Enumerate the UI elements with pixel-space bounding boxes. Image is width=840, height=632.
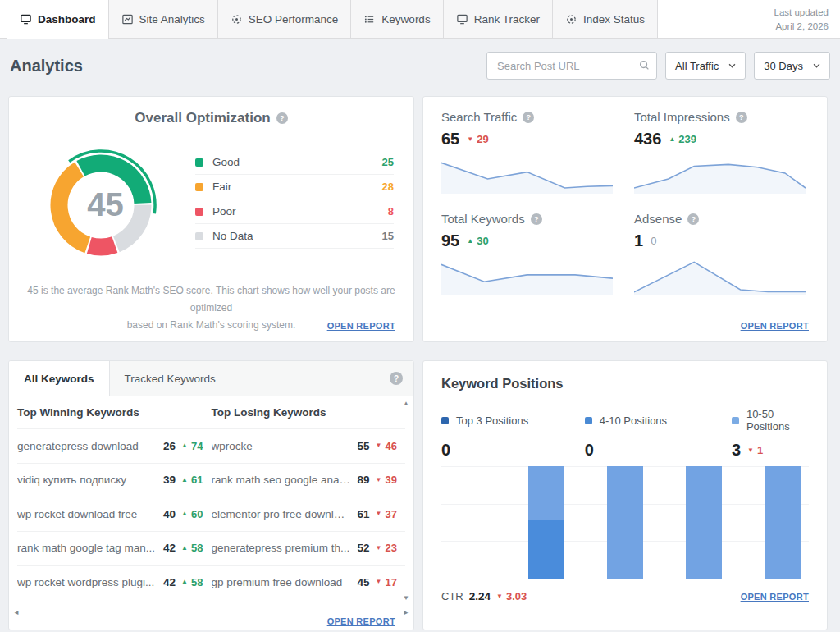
top-3-swatch — [441, 417, 449, 424]
help-icon[interactable]: ? — [276, 112, 288, 124]
tab-keywords[interactable]: Keywords — [350, 0, 442, 38]
winning-keyword[interactable]: rank math google tag man... — [17, 542, 163, 554]
open-report-link[interactable]: OPEN REPORT — [741, 592, 809, 602]
analytics-toolbar: Analytics All Traffic 30 Days — [8, 47, 832, 85]
chevron-down-icon — [813, 63, 820, 68]
tab-seo-performance[interactable]: SEO Performance — [217, 0, 351, 38]
tab-label: Dashboard — [38, 13, 96, 25]
losing-keyword[interactable]: gp premium free download — [212, 576, 358, 588]
optimization-legend: Good 25 Fair 28 Poor 8 — [195, 150, 394, 249]
open-report-link[interactable]: OPEN REPORT — [327, 616, 395, 626]
losing-keyword[interactable]: elementor pro free download — [212, 508, 358, 520]
card-title: Overall Optimization — [135, 110, 270, 126]
trend-arrow-icon: ▼ — [467, 136, 473, 143]
search-input[interactable] — [486, 52, 657, 80]
winning-keyword[interactable]: wp rocket wordpress plugi... — [17, 576, 163, 588]
ctr-label: CTR — [441, 590, 463, 602]
tab-label: Site Analytics — [139, 13, 205, 25]
scroll-right-icon[interactable]: ► — [403, 610, 409, 616]
stat-value: 95 — [441, 231, 459, 250]
tab-site-analytics[interactable]: Site Analytics — [108, 0, 217, 38]
tab-rank-tracker[interactable]: Rank Tracker — [443, 0, 552, 38]
trend-arrow-icon: ▲ — [181, 579, 188, 585]
legend-value: 28 — [382, 181, 394, 193]
keywords-table: Top Winning Keywords Top Losing Keywords… — [9, 396, 413, 599]
table-row[interactable]: generatepress download26▲74 wprocke55▼46 — [17, 428, 405, 463]
legend-10-50: 10-50 Positions — [732, 408, 809, 433]
position-delta: ▲60 — [181, 508, 203, 520]
seo-score-donut: 45 — [34, 133, 177, 266]
losing-keyword[interactable]: wprocke — [212, 440, 358, 452]
legend-label: 4-10 Positions — [600, 414, 667, 427]
10-50-swatch — [732, 417, 739, 424]
ctr-delta: ▼3.03 — [496, 590, 527, 602]
winning-keyword[interactable]: wp rocket download free — [17, 508, 163, 520]
tab-label: Keywords — [381, 13, 430, 25]
trend-arrow-icon: ▼ — [376, 579, 382, 585]
last-updated-date: April 2, 2026 — [774, 20, 829, 34]
stat-title: Total Impressions — [634, 110, 730, 124]
traffic-filter-value: All Traffic — [675, 60, 719, 72]
top-tab-bar: Dashboard Site Analytics SEO Performance… — [0, 0, 840, 39]
chart-icon — [121, 13, 134, 25]
positions-footer: CTR 2.24 ▼3.03 OPEN REPORT — [441, 590, 809, 602]
traffic-filter-select[interactable]: All Traffic — [665, 52, 746, 80]
position-delta: ▲58 — [181, 542, 203, 554]
stat-title: Search Traffic — [441, 110, 517, 124]
legend-4-10: 4-10 Positions — [585, 408, 732, 433]
trend-arrow-icon: ▼ — [496, 593, 503, 600]
table-row[interactable]: wp rocket download free40▲60 elementor p… — [17, 497, 405, 531]
total-keywords-sparkline — [441, 258, 613, 295]
chevron-down-icon — [728, 63, 736, 68]
trend-arrow-icon: ▼ — [376, 511, 382, 517]
column-top-winning: Top Winning Keywords — [17, 406, 212, 419]
legend-label: No Data — [212, 230, 253, 242]
traffic-stats-card: Search Traffic? 65 ▼29 Total Impressions… — [422, 96, 828, 342]
toolbar-controls: All Traffic 30 Days — [486, 52, 830, 80]
tab-tracked-keywords[interactable]: Tracked Keywords — [110, 361, 231, 396]
stat-delta: 0 — [651, 235, 656, 247]
scroll-up-icon[interactable]: ▲ — [403, 401, 409, 407]
legend-label: Top 3 Positions — [456, 414, 528, 427]
stat-total-impressions: Total Impressions? 436 ▲239 — [634, 110, 827, 194]
scroll-down-icon[interactable]: ▼ — [403, 595, 409, 602]
legend-label: 10-50 Positions — [746, 408, 809, 433]
table-row[interactable]: wp rocket wordpress plugi...42▲58 gp pre… — [17, 565, 405, 599]
table-row[interactable]: vidiq купить подписку39▲61 rank math seo… — [17, 463, 405, 497]
help-icon[interactable]: ? — [390, 372, 403, 385]
table-row[interactable]: rank math google tag man...42▲58 generat… — [17, 531, 405, 566]
winning-keyword[interactable]: vidiq купить подписку — [17, 474, 163, 486]
positions-delta: ▼1 — [747, 444, 763, 456]
legend-value: 8 — [388, 205, 394, 218]
losing-keyword[interactable]: generatepress premium th... — [212, 542, 358, 554]
position-value: 26 — [163, 440, 176, 452]
help-icon[interactable]: ? — [531, 213, 542, 225]
trend-arrow-icon: ▼ — [376, 442, 382, 449]
position-delta: ▼37 — [376, 508, 397, 520]
stat-title: Adsense — [634, 212, 682, 226]
open-report-link[interactable]: OPEN REPORT — [741, 321, 809, 331]
position-value: 39 — [163, 474, 176, 486]
losing-keyword[interactable]: rank math seo google anal... — [212, 474, 358, 486]
position-value: 45 — [358, 576, 370, 588]
footnote-line-1: 45 is the average Rank Math's SEO score.… — [27, 282, 395, 317]
overall-optimization-card: Overall Optimization ? 45 Good 25 — [8, 96, 414, 342]
help-icon[interactable]: ? — [687, 213, 699, 225]
list-icon — [363, 13, 376, 25]
page-title: Analytics — [10, 57, 83, 76]
help-icon[interactable]: ? — [523, 112, 534, 123]
total-impressions-sparkline — [634, 156, 806, 194]
ctr-summary: CTR 2.24 ▼3.03 — [441, 590, 527, 602]
scroll-left-icon[interactable]: ◄ — [13, 610, 20, 616]
dashboard-grid: Overall Optimization ? 45 Good 25 — [8, 96, 832, 630]
trend-arrow-icon: ▼ — [376, 477, 382, 483]
open-report-link[interactable]: OPEN REPORT — [327, 321, 395, 331]
winning-keyword[interactable]: generatepress download — [17, 440, 163, 452]
position-value: 89 — [358, 474, 370, 486]
tab-dashboard[interactable]: Dashboard — [7, 0, 108, 38]
tab-all-keywords[interactable]: All Keywords — [9, 361, 110, 396]
rank-math-analytics-screen: Dashboard Site Analytics SEO Performance… — [0, 0, 840, 632]
tab-index-status[interactable]: Index Status — [552, 0, 658, 38]
help-icon[interactable]: ? — [736, 112, 747, 123]
date-range-select[interactable]: 30 Days — [754, 52, 830, 80]
